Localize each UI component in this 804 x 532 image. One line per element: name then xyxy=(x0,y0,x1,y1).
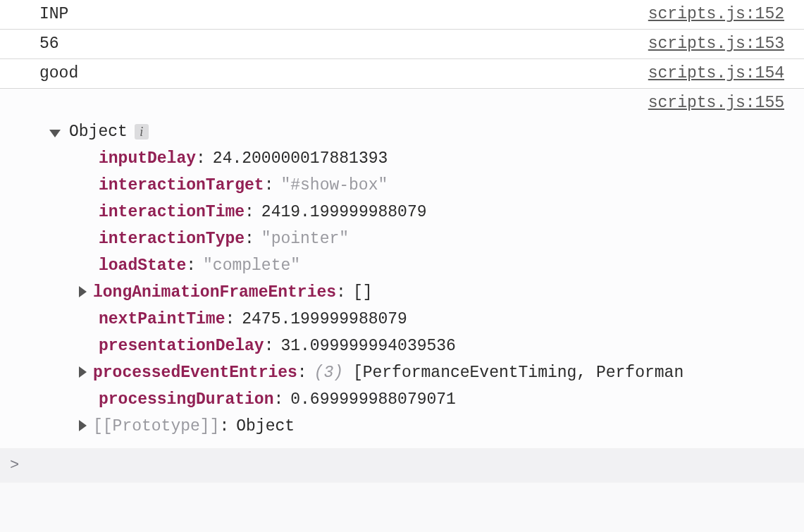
property-value: 2419.199999988079 xyxy=(261,203,427,221)
property-value: 2475.199999988079 xyxy=(242,310,407,328)
property-key: loadState xyxy=(99,256,186,275)
object-property[interactable]: longAnimationFrameEntries: [] xyxy=(79,279,784,306)
console-log-row: 56 scripts.js:153 xyxy=(0,30,804,59)
property-value: 31.099999994039536 xyxy=(280,337,455,355)
property-value: "pointer" xyxy=(261,230,349,248)
console-log-row: good scripts.js:154 xyxy=(0,59,804,89)
object-property[interactable]: inputDelay: 24.200000017881393 xyxy=(79,145,784,172)
colon: : xyxy=(336,283,346,302)
chevron-right-icon[interactable] xyxy=(79,420,87,431)
chevron-right-icon[interactable] xyxy=(79,366,87,378)
chevron-down-icon[interactable] xyxy=(49,130,61,137)
property-value: 0.699999988079071 xyxy=(290,390,456,409)
object-property[interactable]: loadState: "complete" xyxy=(79,252,784,279)
object-property[interactable]: processingDuration: 0.699999988079071 xyxy=(79,386,784,413)
property-value: "complete" xyxy=(203,256,300,275)
object-property[interactable]: [[Prototype]]: Object xyxy=(79,413,784,440)
object-label: Object xyxy=(69,123,128,141)
log-message: 56 xyxy=(39,35,59,53)
property-key: inputDelay xyxy=(99,149,196,168)
colon: : xyxy=(264,176,274,194)
object-property[interactable]: interactionTarget: "#show-box" xyxy=(79,172,784,199)
console-log-list: INP scripts.js:152 56 scripts.js:153 goo… xyxy=(0,0,804,483)
array-preview: [PerformanceEventTiming, Performan xyxy=(353,364,684,382)
prototype-key: [[Prototype]] xyxy=(93,417,219,435)
log-source-link[interactable]: scripts.js:155 xyxy=(648,94,784,112)
colon: : xyxy=(186,256,196,275)
property-key: presentationDelay xyxy=(99,337,264,355)
colon: : xyxy=(297,364,307,382)
property-key: processingDuration xyxy=(99,390,273,409)
property-value: [] xyxy=(353,283,373,302)
object-property[interactable]: processedEventEntries: (3) [PerformanceE… xyxy=(79,359,784,386)
property-value: "#show-box" xyxy=(280,176,388,194)
property-key: processedEventEntries xyxy=(93,364,297,382)
property-key: longAnimationFrameEntries xyxy=(93,283,336,302)
log-message: INP xyxy=(39,5,68,23)
object-header[interactable]: Object i xyxy=(39,118,784,145)
prompt-caret-icon: > xyxy=(10,457,19,474)
object-property[interactable]: interactionType: "pointer" xyxy=(79,225,784,252)
object-property[interactable]: nextPaintTime: 2475.199999988079 xyxy=(79,306,784,333)
colon: : xyxy=(196,149,206,168)
log-source-link[interactable]: scripts.js:154 xyxy=(648,64,784,82)
info-icon[interactable]: i xyxy=(135,124,149,140)
object-property[interactable]: interactionTime: 2419.199999988079 xyxy=(79,199,784,225)
object-expansion: Object i inputDelay: 24.200000017881393 … xyxy=(0,118,804,448)
colon: : xyxy=(245,230,254,248)
console-prompt[interactable]: > xyxy=(0,448,804,483)
space xyxy=(343,364,353,382)
chevron-right-icon[interactable] xyxy=(79,286,87,297)
log-source-link[interactable]: scripts.js:152 xyxy=(648,5,784,23)
object-properties: inputDelay: 24.200000017881393 interacti… xyxy=(39,145,784,440)
log-source-link[interactable]: scripts.js:153 xyxy=(648,35,784,53)
property-key: interactionTime xyxy=(99,203,245,221)
console-log-row: INP scripts.js:152 xyxy=(0,0,804,30)
console-log-row: scripts.js:155 xyxy=(0,89,804,118)
colon: : xyxy=(264,337,274,355)
colon: : xyxy=(273,390,283,409)
prototype-value: Object xyxy=(236,417,295,435)
array-count: (3) xyxy=(314,364,343,382)
colon: : xyxy=(219,417,229,435)
colon: : xyxy=(225,310,235,328)
property-key: interactionTarget xyxy=(99,176,264,194)
object-property[interactable]: presentationDelay: 31.099999994039536 xyxy=(79,333,784,359)
colon: : xyxy=(245,203,254,221)
property-value: 24.200000017881393 xyxy=(213,149,388,168)
log-message: good xyxy=(39,64,78,82)
property-key: nextPaintTime xyxy=(99,310,225,328)
property-key: interactionType xyxy=(99,230,245,248)
